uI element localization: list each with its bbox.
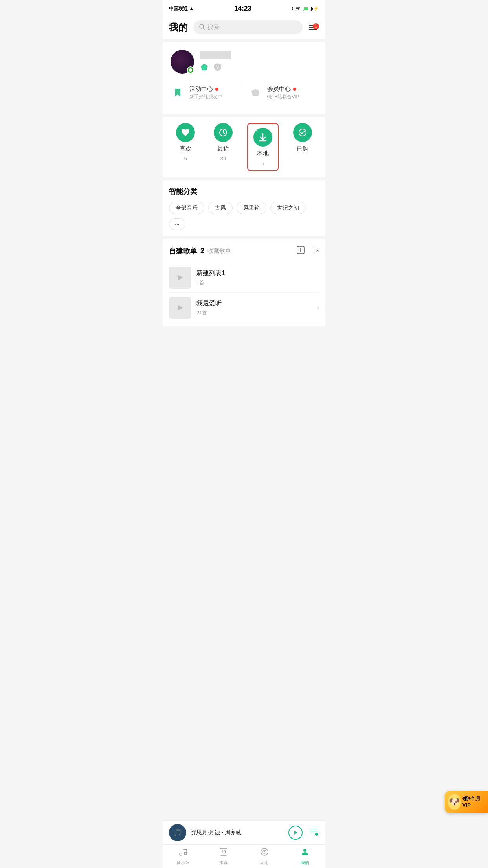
menu-line-3 (309, 29, 317, 30)
svg-line-1 (203, 28, 205, 29)
activity-dot (215, 88, 218, 91)
playlist-song-count-0: 1首 (196, 279, 319, 286)
search-icon (199, 24, 205, 31)
menu-button[interactable]: 1 (307, 23, 319, 32)
playlist-item-1[interactable]: 我最爱听 21首 › (169, 293, 319, 323)
playlist-name-0: 新建列表1 (196, 269, 319, 278)
vip-dot (293, 88, 296, 91)
purchased-label: 已购 (297, 145, 308, 153)
smart-category-section: 智能分类 全部音乐 古风 风采轮 世纪之初 ··· (163, 180, 325, 236)
chip-fengcailun[interactable]: 风采轮 (237, 202, 266, 214)
profile-card: V 活动中心 新手好礼派发中 (163, 42, 325, 114)
chip-more[interactable]: ··· (169, 218, 185, 230)
playlist-name-1: 我最爱听 (196, 300, 312, 308)
playlist-header-left: 自建歌单 2 收藏歌单 (169, 246, 231, 256)
quick-links: 活动中心 新手好礼派发中 会员中心 6折B站联合VIP (171, 81, 317, 104)
svg-text:V: V (216, 65, 219, 70)
vip-center-sub: 6折B站联合VIP (267, 94, 318, 100)
search-bar[interactable]: 搜索 (193, 20, 303, 34)
vip-diamond-icon (248, 86, 262, 100)
activity-center-text: 活动中心 新手好礼派发中 (189, 85, 240, 100)
like-icon (176, 123, 195, 142)
sort-playlist-button[interactable] (310, 246, 319, 256)
playlist-title: 自建歌单 (169, 246, 197, 256)
playlist-info-1: 我最爱听 21首 (196, 300, 312, 316)
playlist-tab-collected[interactable]: 收藏歌单 (207, 247, 231, 255)
playlist-song-count-1: 21首 (196, 309, 312, 316)
playlist-item-0[interactable]: 新建列表1 1首 (169, 263, 319, 293)
username-area: V (200, 51, 317, 73)
playlist-thumb-1 (169, 297, 191, 319)
shield-icon: V (212, 62, 223, 73)
page-title: 我的 (169, 21, 189, 34)
playlist-arrow-1: › (317, 304, 319, 311)
bookmark-icon (171, 86, 185, 100)
category-chips: 全部音乐 古风 风采轮 世纪之初 ··· (169, 202, 319, 230)
chip-all-music[interactable]: 全部音乐 (169, 202, 204, 214)
playlist-thumb-0 (169, 267, 191, 289)
local-icon (253, 128, 272, 147)
svg-marker-16 (178, 305, 183, 310)
svg-marker-15 (178, 275, 183, 280)
battery-area: 52% ⚡ (292, 6, 319, 11)
recent-label: 最近 (217, 145, 229, 153)
vip-center-text: 会员中心 6折B站联合VIP (267, 85, 318, 100)
avatar-online-badge (187, 66, 194, 74)
function-grid: 喜欢 5 最近 39 本地 5 已购 (163, 117, 325, 177)
playlist-header-right (296, 246, 319, 256)
playlist-info-0: 新建列表1 1首 (196, 269, 319, 286)
local-func[interactable]: 本地 5 (247, 123, 279, 171)
battery-icon (303, 7, 312, 11)
playlist-header: 自建歌单 2 收藏歌单 (169, 246, 319, 256)
purchased-func[interactable]: 已购 (289, 123, 316, 171)
clock: 14:23 (234, 5, 251, 13)
menu-badge: 1 (313, 23, 319, 29)
like-func[interactable]: 喜欢 5 (172, 123, 199, 171)
carrier-signal: 中国联通 ▲ (169, 6, 194, 12)
user-badges: V (200, 62, 317, 73)
recent-count: 39 (220, 156, 226, 162)
smart-category-title: 智能分类 (169, 187, 319, 196)
local-count: 5 (261, 160, 264, 166)
chip-gufeng[interactable]: 古风 (208, 202, 233, 214)
activity-center-link[interactable]: 活动中心 新手好礼派发中 (171, 81, 240, 104)
recent-icon (214, 123, 233, 142)
playlist-section: 自建歌单 2 收藏歌单 (163, 239, 325, 326)
activity-center-title: 活动中心 (189, 85, 240, 93)
top-nav: 我的 搜索 1 (163, 17, 325, 39)
local-label: 本地 (257, 150, 269, 157)
avatar-wrapper[interactable] (171, 50, 194, 74)
add-playlist-button[interactable] (296, 246, 305, 256)
profile-info: V (171, 50, 317, 74)
purchased-icon (293, 123, 312, 142)
battery-percent: 52% (292, 6, 301, 11)
vip-center-title: 会员中心 (267, 85, 318, 93)
username-blur (200, 51, 231, 59)
search-placeholder: 搜索 (207, 24, 219, 31)
vip-center-link[interactable]: 会员中心 6折B站联合VIP (240, 81, 318, 104)
like-label: 喜欢 (180, 145, 191, 153)
playlist-count: 2 (200, 247, 204, 255)
activity-center-sub: 新手好礼派发中 (189, 94, 240, 100)
diamond-icon (200, 63, 209, 72)
chip-shijizhi[interactable]: 世纪之初 (270, 202, 306, 214)
like-count: 5 (184, 156, 187, 162)
status-bar: 中国联通 ▲ 14:23 52% ⚡ (163, 0, 325, 17)
recent-func[interactable]: 最近 39 (209, 123, 237, 171)
